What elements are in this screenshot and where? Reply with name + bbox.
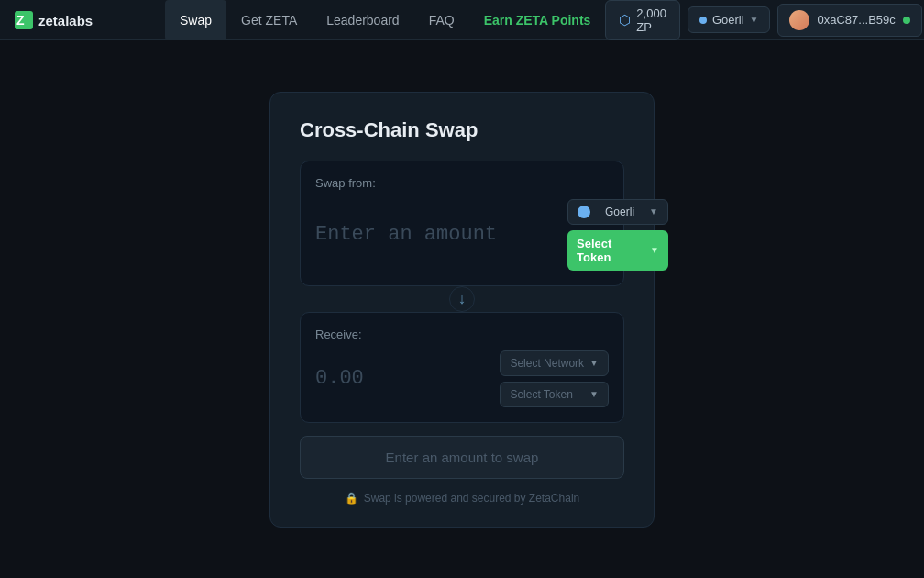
powered-by-footer: 🔒 Swap is powered and secured by ZetaCha… bbox=[300, 492, 624, 505]
nav-right: ⬡ 2,000 ZP Goerli ▼ 0xaC87...B59c bbox=[605, 0, 921, 40]
from-network-label: Goerli bbox=[605, 206, 634, 218]
zp-balance-badge: ⬡ 2,000 ZP bbox=[605, 0, 680, 40]
from-network-chevron-icon: ▼ bbox=[649, 206, 658, 217]
main-content: Cross-Chain Swap Swap from: Goerli ▼ Sel… bbox=[0, 40, 924, 578]
down-arrow-icon: ↓ bbox=[458, 289, 467, 308]
lock-icon: 🔒 bbox=[345, 492, 358, 505]
nav-faq[interactable]: FAQ bbox=[414, 0, 469, 40]
avatar bbox=[789, 10, 809, 30]
amount-input[interactable] bbox=[315, 223, 558, 246]
from-token-chevron-icon: ▼ bbox=[650, 245, 659, 255]
swap-from-row: Goerli ▼ Select Token ▼ bbox=[315, 199, 609, 271]
to-network-chevron-icon: ▼ bbox=[589, 358, 599, 368]
receive-section: Receive: 0.00 Select Network ▼ Select To… bbox=[300, 312, 624, 423]
network-dot bbox=[699, 17, 707, 24]
to-controls: Select Network ▼ Select Token ▼ bbox=[500, 350, 609, 407]
from-network-select[interactable]: Goerli ▼ bbox=[567, 199, 668, 225]
from-network-icon bbox=[578, 206, 590, 218]
svg-text:zetalabs: zetalabs bbox=[38, 13, 93, 28]
online-indicator bbox=[903, 17, 910, 24]
swap-button[interactable]: Enter an amount to swap bbox=[300, 436, 624, 479]
swap-from-section: Swap from: Goerli ▼ Select Token ▼ bbox=[300, 161, 624, 286]
from-controls: Goerli ▼ Select Token ▼ bbox=[567, 199, 668, 271]
receive-label: Receive: bbox=[315, 328, 609, 341]
nav-leaderboard[interactable]: Leaderboard bbox=[312, 0, 413, 40]
swap-from-label: Swap from: bbox=[315, 176, 609, 190]
powered-by-text: Swap is powered and secured by ZetaChain bbox=[364, 492, 579, 505]
network-selector[interactable]: Goerli ▼ bbox=[688, 6, 771, 33]
card-title: Cross-Chain Swap bbox=[300, 118, 624, 142]
nav-swap[interactable]: Swap bbox=[165, 0, 226, 40]
wallet-button[interactable]: 0xaC87...B59c bbox=[777, 4, 921, 37]
receive-row: 0.00 Select Network ▼ Select Token ▼ bbox=[315, 350, 609, 407]
nav-earn-zeta-points[interactable]: Earn ZETA Points bbox=[469, 0, 606, 40]
from-token-select[interactable]: Select Token ▼ bbox=[567, 230, 668, 271]
to-network-select[interactable]: Select Network ▼ bbox=[500, 350, 609, 376]
to-token-chevron-icon: ▼ bbox=[589, 389, 599, 399]
logo[interactable]: Z zetalabs bbox=[15, 7, 143, 33]
nav-get-zeta[interactable]: Get ZETA bbox=[226, 0, 312, 40]
navbar: Z zetalabs Swap Get ZETA Leaderboard FAQ… bbox=[0, 0, 924, 40]
to-token-label: Select Token bbox=[510, 388, 573, 401]
svg-text:Z: Z bbox=[16, 13, 25, 28]
chevron-down-icon: ▼ bbox=[750, 15, 759, 25]
swap-direction-arrow: ↓ bbox=[449, 286, 475, 312]
swap-card: Cross-Chain Swap Swap from: Goerli ▼ Sel… bbox=[270, 92, 654, 528]
wallet-address: 0xaC87...B59c bbox=[817, 13, 895, 27]
network-label: Goerli bbox=[712, 13, 744, 27]
from-token-label: Select Token bbox=[577, 237, 644, 264]
nav-links: Swap Get ZETA Leaderboard FAQ Earn ZETA … bbox=[165, 0, 605, 40]
to-token-select[interactable]: Select Token ▼ bbox=[500, 382, 609, 407]
zp-icon: ⬡ bbox=[619, 12, 631, 28]
receive-amount-display: 0.00 bbox=[315, 367, 490, 390]
swap-arrow-wrapper: ↓ bbox=[300, 286, 624, 312]
zp-balance: 2,000 ZP bbox=[636, 6, 666, 34]
to-network-label: Select Network bbox=[510, 357, 584, 370]
